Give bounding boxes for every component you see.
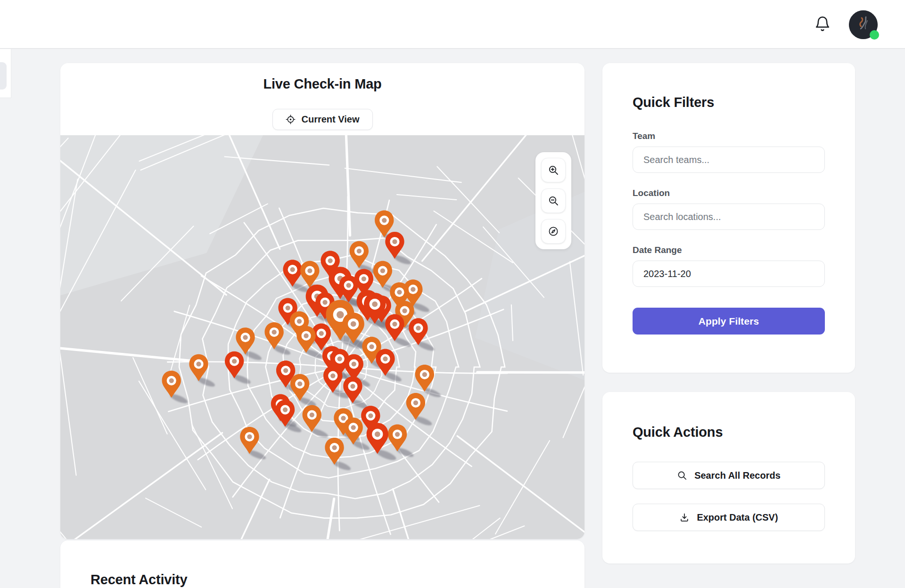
map-district-shade (60, 135, 263, 295)
left-peek-item (0, 62, 7, 90)
quick-actions-card: Quick Actions Search All Records Export … (602, 392, 855, 564)
map-pin (290, 374, 309, 401)
map-pin (343, 376, 362, 403)
map-roads-and-pins (60, 135, 584, 539)
current-view-button[interactable]: Current View (272, 109, 373, 130)
map-pin (296, 326, 315, 353)
location-search-input[interactable] (633, 204, 825, 230)
location-label: Location (633, 188, 825, 198)
team-field: Team (633, 131, 825, 173)
team-label: Team (633, 131, 825, 141)
date-range-label: Date Range (633, 245, 825, 255)
map-pin (385, 314, 404, 341)
map-pin (189, 354, 208, 381)
quick-filters-card: Quick Filters Team Location Date Range A… (602, 63, 855, 373)
search-all-records-button[interactable]: Search All Records (633, 462, 825, 489)
zoom-out-button[interactable] (541, 188, 566, 213)
avatar[interactable] (849, 10, 878, 39)
map-pin (162, 371, 181, 398)
search-all-records-label: Search All Records (694, 470, 781, 481)
date-range-field: Date Range (633, 245, 825, 287)
recent-activity-title: Recent Activity (60, 540, 584, 588)
map-pin (367, 423, 388, 454)
compass-button[interactable] (541, 219, 566, 244)
live-checkin-map-card: Live Check-in Map Current View (60, 63, 584, 539)
bell-icon (814, 16, 831, 33)
online-status-dot (870, 30, 879, 40)
team-search-input[interactable] (633, 147, 825, 173)
apply-filters-button[interactable]: Apply Filters (633, 308, 825, 335)
map-pin (236, 327, 255, 354)
export-data-csv-button[interactable]: Export Data (CSV) (633, 504, 825, 531)
recent-activity-card: Recent Activity (60, 540, 584, 588)
zoom-in-icon (548, 164, 559, 176)
search-icon (677, 470, 687, 481)
left-peek-panel (0, 49, 11, 98)
locate-crosshair-icon (286, 114, 296, 124)
topbar (0, 0, 905, 49)
map-zoom-controls (535, 152, 571, 249)
quick-actions-title: Quick Actions (633, 424, 825, 440)
compass-icon (548, 226, 559, 237)
map-canvas[interactable] (60, 135, 584, 539)
map-pin (376, 349, 395, 376)
map-pin (325, 438, 344, 465)
map-pin (409, 318, 428, 345)
notifications-button[interactable] (812, 13, 833, 35)
map-pin (300, 261, 319, 288)
zoom-in-button[interactable] (541, 158, 566, 182)
map-pin (373, 261, 392, 288)
map-card-title: Live Check-in Map (60, 76, 584, 92)
map-pin (303, 405, 321, 432)
map-card-header: Live Check-in Map Current View (60, 63, 584, 135)
map-pin (406, 393, 425, 420)
map-pin (240, 427, 259, 454)
date-range-input[interactable] (633, 261, 825, 287)
download-icon (679, 512, 690, 523)
map-pin (388, 425, 407, 451)
map-pin (385, 232, 404, 259)
location-field: Location (633, 188, 825, 230)
map-pin (350, 241, 369, 268)
map-pin (225, 351, 244, 378)
zoom-out-icon (548, 195, 559, 206)
current-view-label: Current View (302, 114, 360, 125)
export-data-csv-label: Export Data (CSV) (697, 512, 778, 523)
quick-filters-title: Quick Filters (633, 94, 825, 110)
